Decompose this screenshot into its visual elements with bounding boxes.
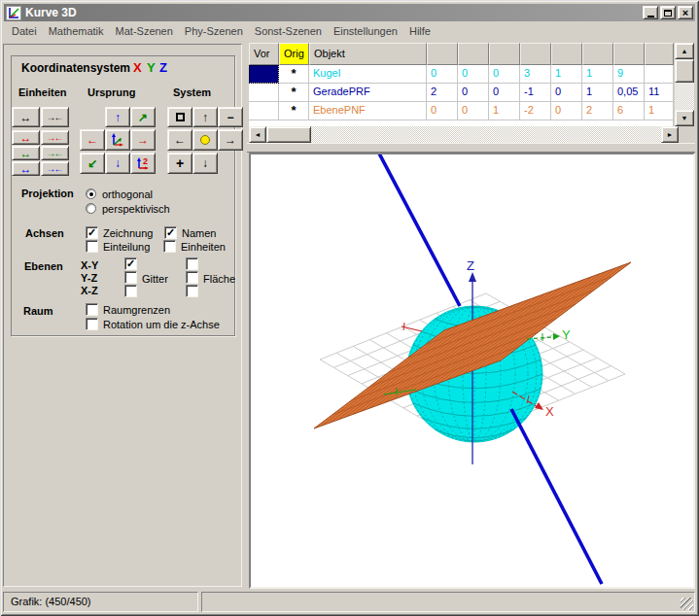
system-center-button[interactable] (192, 129, 218, 151)
column-header-p3[interactable] (489, 43, 520, 65)
checkbox-gitter-xz[interactable] (124, 285, 137, 297)
table-cell[interactable]: 0 (551, 102, 582, 120)
system-left-button[interactable]: ← (167, 129, 192, 151)
column-header-orig[interactable]: Orig (279, 43, 309, 65)
column-header-p6[interactable] (582, 43, 613, 65)
column-header-p2[interactable] (458, 43, 489, 65)
radio-perspektivisch[interactable] (86, 203, 96, 214)
checkbox-rotation-label[interactable]: Rotation um die z-Achse (103, 319, 220, 330)
checkbox-namen[interactable] (164, 226, 177, 239)
vor-cell[interactable] (249, 102, 279, 120)
table-cell[interactable]: 11 (645, 84, 674, 102)
menu-item-sonst-szenen[interactable]: Sonst-Szenen (249, 22, 328, 40)
table-cell[interactable]: 2 (427, 84, 458, 102)
scroll-right-button[interactable]: ► (661, 126, 679, 143)
radio-orthogonal-label[interactable]: orthogonal (102, 188, 153, 200)
units-expand-y-button[interactable]: ↔ (12, 146, 40, 160)
system-up-button[interactable]: ↑ (192, 107, 218, 127)
scroll-thumb[interactable] (675, 59, 694, 83)
maximize-button[interactable] (660, 6, 676, 19)
table-cell[interactable]: 1 (582, 84, 613, 102)
table-cell[interactable]: 0 (489, 84, 520, 102)
table-cell[interactable]: 0 (427, 65, 458, 84)
checkbox-namen-label[interactable]: Namen (182, 227, 216, 239)
scroll-down-button[interactable]: ▼ (675, 110, 694, 126)
table-cell[interactable]: 2 (582, 102, 613, 120)
minimize-button[interactable] (643, 6, 658, 19)
checkbox-einheiten-label[interactable]: Einheiten (181, 241, 226, 253)
units-expand-x-button[interactable]: ↔ (12, 130, 40, 145)
resize-grip-icon[interactable] (681, 598, 693, 610)
menu-item-hilfe[interactable]: Hilfe (403, 22, 437, 40)
column-header-vor[interactable]: Vor (249, 43, 279, 65)
system-right-button[interactable]: → (218, 129, 243, 151)
units-shrink-y-button[interactable]: →← (41, 146, 69, 160)
checkbox-rotation[interactable] (86, 318, 98, 330)
units-shrink-all-button[interactable]: →← (41, 107, 69, 127)
column-header-p8[interactable] (645, 43, 674, 65)
table-cell[interactable]: 9 (613, 65, 645, 84)
system-plus-button[interactable]: + (167, 153, 192, 174)
units-shrink-x-button[interactable]: →← (41, 130, 69, 145)
menu-item-phy-szenen[interactable]: Phy-Szenen (179, 22, 249, 40)
table-cell[interactable]: -1 (520, 84, 551, 102)
origin-down-left-button[interactable]: ↙ (80, 153, 105, 174)
checkbox-flaeche-yz[interactable] (186, 271, 198, 284)
menu-item-datei[interactable]: Datei (6, 22, 43, 40)
table-cell[interactable]: 1 (582, 65, 613, 84)
table-cell[interactable]: 0 (551, 84, 582, 102)
horizontal-splitter[interactable] (247, 143, 695, 153)
checkbox-zeichnung-label[interactable]: Zeichnung (103, 227, 153, 239)
menu-item-mat-szenen[interactable]: Mat-Szenen (110, 22, 179, 40)
origin-up-right-button[interactable]: ↗ (130, 107, 156, 127)
checkbox-zeichnung[interactable] (86, 226, 98, 239)
checkbox-einteilung[interactable] (86, 240, 98, 253)
checkbox-gitter-xy[interactable] (124, 257, 137, 270)
object-name-cell[interactable]: GeradePRF (309, 84, 427, 102)
origin-reset-scale-button[interactable]: 2 (130, 153, 156, 174)
orig-cell[interactable]: * (279, 65, 309, 84)
system-minus-button[interactable]: − (218, 107, 243, 127)
orig-cell[interactable]: * (279, 84, 309, 102)
table-horizontal-scrollbar[interactable]: ◄ ► (249, 126, 679, 143)
table-cell[interactable]: 0 (427, 102, 458, 120)
scroll-up-button[interactable]: ▲ (675, 43, 694, 59)
checkbox-einteilung-label[interactable]: Einteilung (103, 241, 150, 253)
radio-perspektivisch-label[interactable]: perspektivisch (102, 203, 170, 215)
checkbox-raumgrenzen-label[interactable]: Raumgrenzen (103, 304, 170, 316)
menu-item-mathematik[interactable]: Mathematik (43, 22, 110, 40)
object-name-cell[interactable]: Kugel (309, 65, 427, 84)
column-header-p1[interactable] (427, 43, 458, 65)
scroll-left-button[interactable]: ◄ (249, 126, 266, 143)
vor-cell-selected[interactable] (249, 65, 279, 84)
table-cell[interactable]: 0 (489, 65, 520, 84)
origin-up-button[interactable]: ↑ (105, 107, 130, 127)
checkbox-gitter-yz[interactable] (124, 271, 137, 284)
origin-center-axes-button[interactable] (105, 129, 130, 151)
origin-right-button[interactable]: → (130, 129, 156, 151)
units-expand-all-button[interactable]: ↔ (12, 107, 40, 127)
column-header-p4[interactable] (520, 43, 551, 65)
table-vertical-scrollbar[interactable]: ▲ ▼ (675, 43, 694, 126)
table-cell[interactable]: 0 (458, 84, 489, 102)
object-name-cell[interactable]: EbenePNF (309, 102, 427, 120)
table-cell[interactable]: 1 (551, 65, 582, 84)
close-button[interactable]: × (678, 6, 693, 19)
checkbox-flaeche-xy[interactable] (186, 257, 198, 270)
column-header-p5[interactable] (551, 43, 582, 65)
table-cell[interactable]: 0 (458, 65, 489, 84)
table-cell[interactable]: 0,05 (613, 84, 645, 102)
radio-orthogonal[interactable] (86, 188, 96, 199)
vor-cell[interactable] (249, 84, 279, 102)
column-header-objekt[interactable]: Objekt (309, 43, 427, 65)
system-frame-button[interactable] (167, 107, 192, 127)
origin-down-button[interactable]: ↓ (105, 153, 130, 174)
table-cell[interactable]: -2 (520, 102, 551, 120)
table-cell[interactable]: 0 (458, 102, 489, 120)
scroll-thumb[interactable] (266, 126, 311, 143)
checkbox-flaeche-xz[interactable] (186, 285, 198, 297)
menu-item-einstellungen[interactable]: Einstellungen (328, 22, 403, 40)
table-cell[interactable]: 1 (489, 102, 520, 120)
table-cell[interactable]: 6 (613, 102, 645, 120)
checkbox-raumgrenzen[interactable] (86, 303, 98, 316)
